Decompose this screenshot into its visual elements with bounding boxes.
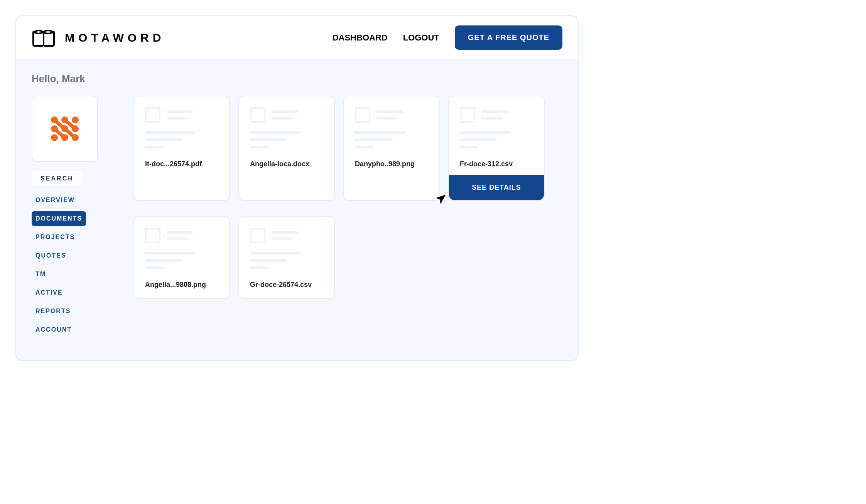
greeting: Hello, Mark — [32, 73, 562, 85]
brand-logo-icon — [32, 28, 56, 47]
document-card[interactable]: Angelia...9808.png — [133, 216, 230, 299]
sidebar-item-active[interactable]: ACTIVE — [32, 285, 67, 300]
sidebar-item-overview[interactable]: OVERVIEW — [32, 193, 79, 207]
layout: SEARCH OVERVIEW DOCUMENTS PROJECTS QUOTE… — [32, 96, 562, 337]
doc-thumbnail-placeholder — [460, 107, 533, 148]
document-card-hover[interactable]: Fr-doce-312.csv SEE DETAILS — [448, 96, 545, 201]
document-name: Angelia-loca.docx — [250, 160, 323, 168]
document-name: Angelia...9808.png — [145, 281, 218, 289]
get-quote-button[interactable]: GET A FREE QUOTE — [455, 25, 562, 50]
org-logo-icon — [50, 115, 80, 142]
document-card[interactable]: It-doc...26574.pdf — [133, 96, 230, 201]
see-details-button[interactable]: SEE DETAILS — [449, 175, 544, 200]
doc-thumbnail-placeholder — [250, 228, 323, 269]
sidebar-item-tm[interactable]: TM — [32, 267, 50, 281]
sidebar-item-documents[interactable]: DOCUMENTS — [32, 211, 86, 226]
document-name: Danypho..989.png — [355, 160, 428, 168]
sidebar: SEARCH OVERVIEW DOCUMENTS PROJECTS QUOTE… — [32, 96, 109, 337]
content-area: Hello, Mark — [16, 60, 578, 360]
document-card[interactable]: Gr-doce-26574.csv — [238, 216, 335, 299]
sidebar-item-quotes[interactable]: QUOTES — [32, 248, 70, 263]
svg-point-7 — [51, 134, 58, 141]
doc-thumbnail-placeholder — [250, 107, 323, 148]
doc-thumbnail-placeholder — [355, 107, 428, 148]
doc-thumbnail-placeholder — [145, 107, 218, 148]
sidebar-item-reports[interactable]: REPORTS — [32, 304, 74, 319]
sidebar-search[interactable]: SEARCH — [32, 171, 83, 186]
document-name: Fr-doce-312.csv — [460, 160, 533, 168]
doc-thumbnail-placeholder — [145, 228, 218, 269]
svg-point-3 — [72, 116, 79, 123]
sidebar-nav: OVERVIEW DOCUMENTS PROJECTS QUOTES TM AC… — [32, 193, 109, 337]
sidebar-item-account[interactable]: ACCOUNT — [32, 322, 76, 337]
org-card[interactable] — [32, 96, 98, 162]
document-card[interactable]: Danypho..989.png — [343, 96, 440, 201]
documents-grid: It-doc...26574.pdf Angelia-loca.docx Dan… — [133, 96, 545, 299]
document-name: Gr-doce-26574.csv — [250, 281, 323, 289]
topnav: DASHBOARD LOGOUT GET A FREE QUOTE — [333, 25, 562, 50]
brand-name: MOTAWORD — [65, 31, 165, 44]
topbar: MOTAWORD DASHBOARD LOGOUT GET A FREE QUO… — [16, 16, 578, 60]
nav-dashboard[interactable]: DASHBOARD — [333, 33, 388, 43]
nav-logout[interactable]: LOGOUT — [403, 33, 439, 43]
document-card[interactable]: Angelia-loca.docx — [238, 96, 335, 201]
brand: MOTAWORD — [32, 28, 165, 47]
sidebar-item-projects[interactable]: PROJECTS — [32, 230, 79, 244]
document-name: It-doc...26574.pdf — [145, 160, 218, 168]
app-window: MOTAWORD DASHBOARD LOGOUT GET A FREE QUO… — [15, 15, 579, 361]
cursor-pointer-icon — [434, 192, 447, 207]
